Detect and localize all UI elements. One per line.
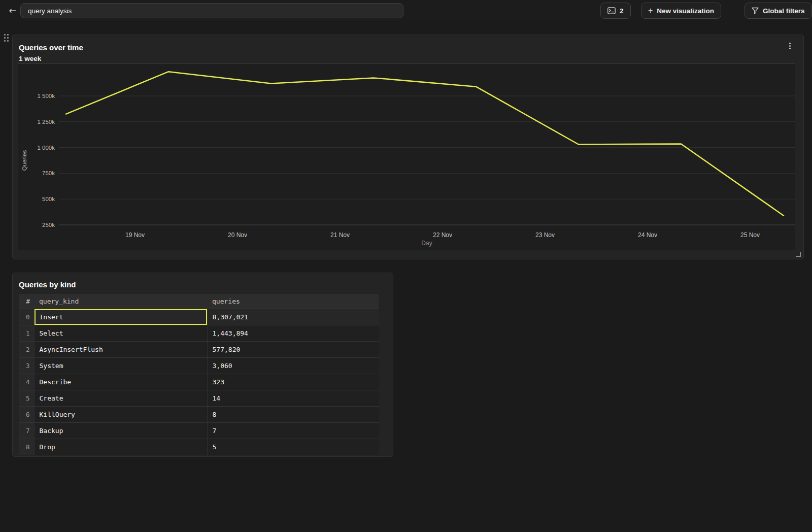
global-filters-button[interactable]: Global filters [745,3,812,19]
x-tick-label: 23 Nov [535,231,555,239]
row-index-cell[interactable]: 6 [19,406,34,422]
chart-line[interactable] [66,72,784,216]
table-row[interactable]: 3System3,060 [19,357,379,374]
x-axis-label: Day [421,240,432,247]
column-header-index: # [19,294,34,309]
query-kind-cell[interactable]: System [34,357,207,374]
table-row[interactable]: 1Select1,443,894 [19,325,379,341]
console-tabs-button[interactable]: 2 [600,3,631,19]
new-visualization-button[interactable]: + New visualization [641,3,721,19]
y-tick-label: 750k [42,170,55,176]
queries-value-cell[interactable]: 14 [207,390,379,406]
y-tick-label: 1 000k [37,145,55,151]
x-tick-label: 22 Nov [433,231,452,239]
table-row[interactable]: 8Drop5 [19,439,379,455]
line-chart-svg[interactable]: 1 500k1 250k1 000k750k500k250k19 Nov20 N… [18,64,795,250]
row-index-cell[interactable]: 7 [19,422,34,439]
x-tick-label: 20 Nov [228,231,247,239]
queries-by-kind-table: # query_kind queries 0Insert8,307,0211Se… [19,294,379,455]
column-header-query-kind: query_kind [34,294,207,309]
row-index-cell[interactable]: 5 [19,390,34,406]
plus-icon: + [648,6,653,15]
row-index-cell[interactable]: 2 [19,341,34,357]
y-axis-label: Queries [21,150,27,171]
queries-value-cell[interactable]: 3,060 [207,357,379,374]
table-panel-title: Queries by kind [19,280,76,289]
row-index-cell[interactable]: 3 [19,357,34,374]
queries-value-cell[interactable]: 8,307,021 [207,309,379,325]
y-tick-label: 250k [42,222,55,228]
table-row[interactable]: 7Backup7 [19,422,379,439]
panel-resize-handle[interactable] [796,252,801,257]
queries-value-cell[interactable]: 577,820 [207,341,379,357]
console-tab-count: 2 [620,7,624,15]
row-index-cell[interactable]: 4 [19,374,34,390]
kebab-menu-icon[interactable] [785,40,794,51]
row-index-cell[interactable]: 1 [19,325,34,341]
row-index-cell[interactable]: 0 [19,309,34,325]
terminal-icon [607,7,616,14]
table-row[interactable]: 2AsyncInsertFlush577,820 [19,341,379,357]
x-tick-label: 21 Nov [330,231,350,239]
table-row[interactable]: 0Insert8,307,021 [19,309,379,325]
query-kind-cell[interactable]: Drop [34,439,207,455]
new-visualization-label: New visualization [657,7,714,15]
query-kind-cell[interactable]: Backup [34,422,207,439]
arrow-left-icon: ← [9,5,16,16]
queries-value-cell[interactable]: 323 [207,374,379,390]
row-index-cell[interactable]: 8 [19,439,34,455]
queries-over-time-chart[interactable]: 1 500k1 250k1 000k750k500k250k19 Nov20 N… [18,63,795,250]
column-header-queries: queries [207,294,379,309]
table-header-row: # query_kind queries [19,294,379,309]
queries-over-time-panel: Queries over time 1 week 1 500k1 250k1 0… [12,35,804,259]
y-tick-label: 500k [42,196,55,202]
y-tick-label: 1 250k [37,119,55,125]
funnel-icon [752,7,759,14]
table-row[interactable]: 4Describe323 [19,374,379,390]
x-tick-label: 19 Nov [125,231,145,239]
queries-value-cell[interactable]: 5 [207,439,379,455]
back-button[interactable]: ← [6,5,19,17]
table-row[interactable]: 6KillQuery8 [19,406,379,422]
panel-drag-handle-icon[interactable] [3,34,10,43]
x-tick-label: 25 Nov [740,231,760,239]
chart-panel-title: Queries over time [19,43,83,52]
dashboard-title-input[interactable] [20,3,403,18]
chart-panel-subtitle: 1 week [19,55,41,62]
query-kind-cell[interactable]: Create [34,390,207,406]
queries-value-cell[interactable]: 7 [207,422,379,439]
query-kind-cell[interactable]: Select [34,325,207,341]
query-kind-cell[interactable]: Describe [34,374,207,390]
query-kind-cell[interactable]: KillQuery [34,406,207,422]
x-tick-label: 24 Nov [638,231,657,239]
queries-value-cell[interactable]: 1,443,894 [207,325,379,341]
queries-by-kind-panel: Queries by kind # query_kind queries 0In… [12,273,393,457]
topbar: ← 2 + New visualization Global filters [0,0,812,21]
query-kind-cell[interactable]: AsyncInsertFlush [34,341,207,357]
queries-value-cell[interactable]: 8 [207,406,379,422]
table-body: 0Insert8,307,0211Select1,443,8942AsyncIn… [19,309,379,455]
global-filters-label: Global filters [763,7,805,15]
query-kind-cell[interactable]: Insert [34,309,207,325]
y-tick-label: 1 500k [37,93,55,99]
table-row[interactable]: 5Create14 [19,390,379,406]
